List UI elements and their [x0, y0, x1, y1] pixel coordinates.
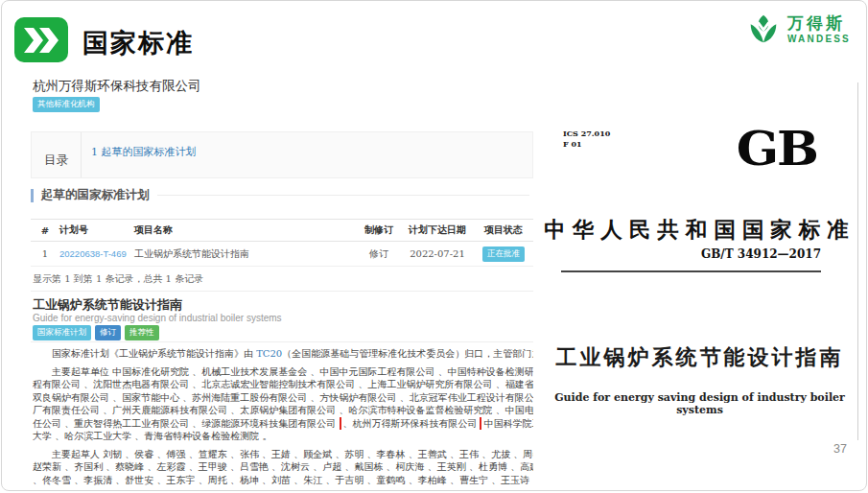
standards-webpage-panel: 杭州万得斯环保科技有限公司 其他标准化机构 目录 1 起草的国家标准计划 起草的…: [31, 73, 533, 485]
text-run: 国家标准计划《工业锅炉系统节能设计指南》由: [52, 348, 256, 359]
class-code: F 01: [563, 139, 610, 150]
col-plan-no: 计划号: [59, 223, 134, 237]
brand-name-cn: 万得斯: [787, 15, 851, 34]
cell-date: 2022-07-21: [401, 248, 474, 259]
col-revision: 制修订: [357, 223, 401, 237]
plan-number-link[interactable]: 20220638-T-469: [59, 248, 127, 259]
section-heading: 起草的国家标准计划: [31, 187, 533, 203]
standard-description: 国家标准计划《工业锅炉系统节能设计指南》由 TC20（全国能源基础与管理标准化技…: [33, 347, 533, 485]
drafters-line: 赵荣新 、齐国利 、蔡晓峰 、左彩霞 、王甲骏 、吕雪艳 、沈树云 、卢超 、戴…: [33, 460, 533, 474]
cell-index: 1: [31, 248, 59, 259]
cover-heading: 中华人民共和国国家标准: [542, 215, 857, 245]
section-title: 起草的国家标准计划: [41, 187, 150, 203]
divider: [31, 341, 533, 342]
gb-logo: GB: [737, 121, 817, 176]
cover-title-en: Guide for energy saving design of indust…: [542, 391, 857, 416]
cover-rule: [561, 270, 821, 272]
col-date: 计划下达日期: [401, 223, 474, 237]
page-title: 国家标准: [82, 26, 194, 60]
table-header-row: # 计划号 项目名称 制修订 计划下达日期 项目状态: [31, 219, 533, 242]
divider: [31, 291, 533, 292]
toc-label: 目录: [32, 132, 82, 177]
badge-revision: 修订: [95, 325, 121, 340]
pagination-summary: 显示第 1 到第 1 条记录，总共 1 条记录: [33, 272, 203, 286]
cell-revision: 修订: [357, 247, 401, 261]
cell-project: 工业锅炉系统节能设计指南: [134, 247, 357, 261]
chevron-glyphs: [22, 26, 60, 55]
text-run: 中国科学院工程热物理研究所 、清华大学 、西安交通大学 、上海交通: [481, 418, 533, 429]
ics-code: ICS 27.010: [563, 129, 610, 139]
section-accent-bar: [31, 189, 34, 202]
brand-name-en: WANDESS: [787, 34, 851, 44]
paragraph-scope: 国家标准计划《工业锅炉系统节能设计指南》由 TC20（全国能源基础与管理标准化技…: [33, 347, 533, 361]
drafting-units-line: 程有限公司 、沈阳世杰电器有限公司 、北京志诚宏业智能控制技术有限公司 、上海工…: [33, 378, 533, 391]
standard-title-en: Guide for energy-saving design of indust…: [33, 313, 282, 323]
badge-national-plan: 国家标准计划: [33, 325, 91, 340]
drafting-units-line: 双良锅炉有限公司 、国家节能中心 、苏州海陆重工股份有限公司 、方快锅炉有限公司…: [33, 391, 533, 405]
drafting-units-line: 主要起草单位 中国标准化研究院 、机械工业技术发展基金会 、中国中元国际工程有限…: [33, 365, 533, 379]
text-run: 任公司 、重庆智得热工工业有限公司 、绿源能源环境科技集团有限公司: [33, 418, 340, 429]
badge-recommended: 推荐性: [125, 325, 159, 340]
highlighted-company: 、杭州万得斯环保科技有限公司: [340, 417, 481, 431]
col-status: 项目状态: [474, 223, 533, 237]
toc-link[interactable]: 1 起草的国家标准计划: [91, 146, 197, 158]
drafters-line: 、佟冬雪 、李振清 、舒世安 、王东宇 、周托 、杨坤 、刘苗 、朱江 、于吉明…: [33, 474, 533, 486]
standard-badges: 国家标准计划 修订 推荐性: [33, 325, 159, 340]
status-badge: 正在批准: [482, 246, 525, 262]
section-divider: [157, 195, 530, 196]
slide: 国家标准 万得斯 WANDESS 杭州万得斯环保科技有限公司 其他标准化机构 目…: [1, 0, 867, 491]
drafting-units-line: 大学 、哈尔滨工业大学 、青海省特种设备检验检测院 。: [33, 430, 533, 443]
tc-link[interactable]: TC20: [256, 348, 282, 359]
plans-table: # 计划号 项目名称 制修订 计划下达日期 项目状态 1 20220638-T-…: [31, 219, 533, 267]
text-run: 、佟冬雪 、李振清 、舒世安 、王东宇 、周托 、杨坤 、刘苗 、朱江 、于吉明…: [33, 475, 533, 485]
drafters-line: 主要起草人 刘韧 、侯睿 、傅强 、笪耀东 、张伟 、王婧 、顾全斌 、苏明 、…: [33, 448, 533, 461]
org-type-badge: 其他标准化机构: [33, 97, 100, 112]
drafting-units-line: 厂有限责任公司 、广州天鹿能源科技有限公司 、太原锅炉集团有限公司 、哈尔滨市特…: [33, 404, 533, 417]
standard-number: GB/T 34912—2017: [701, 247, 821, 261]
double-chevron-icon: [14, 17, 68, 62]
standard-title-cn: 工业锅炉系统节能设计指南: [33, 296, 182, 314]
brand-logo: 万得斯 WANDESS: [745, 12, 851, 48]
toc-box: 目录 1 起草的国家标准计划: [31, 131, 533, 178]
wandess-leaf-icon: [745, 12, 782, 48]
col-project: 项目名称: [134, 223, 357, 237]
ics-code-block: ICS 27.010 F 01: [563, 129, 610, 150]
company-name: 杭州万得斯环保科技有限公司: [33, 78, 201, 95]
drafting-units-line: 任公司 、重庆智得热工工业有限公司 、绿源能源环境科技集团有限公司 、杭州万得斯…: [33, 417, 533, 431]
col-index: #: [31, 225, 59, 236]
text-run: （全国能源基础与管理标准化技术委员会）归口，主管部门为: [282, 348, 533, 359]
gb-standard-cover: ICS 27.010 F 01 GB 中华人民共和国国家标准 GB/T 3491…: [542, 82, 858, 440]
cover-title-cn: 工业锅炉系统节能设计指南: [542, 343, 857, 372]
page-number: 37: [833, 442, 847, 456]
table-row: 1 20220638-T-469 工业锅炉系统节能设计指南 修订 2022-07…: [31, 242, 533, 267]
